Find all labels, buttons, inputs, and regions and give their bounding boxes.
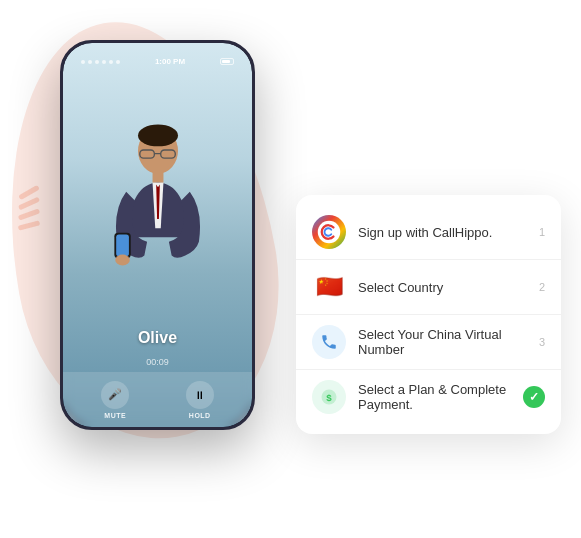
decorative-dashes: [18, 190, 40, 228]
phone-mockup: 1:00 PM: [60, 40, 255, 430]
call-timer: 00:09: [63, 357, 252, 367]
svg-point-8: [115, 255, 130, 266]
phone-time: 1:00 PM: [155, 57, 185, 66]
dot-6: [116, 60, 120, 64]
hold-button[interactable]: ⏸ HOLD: [186, 381, 214, 419]
mute-button[interactable]: 🎤 MUTE: [101, 381, 129, 419]
svg-text:$: $: [326, 392, 332, 403]
person-svg: [98, 110, 218, 310]
step-3[interactable]: Select Your China Virtual Number 3: [296, 315, 561, 370]
svg-rect-5: [152, 172, 163, 183]
step-2[interactable]: 🇨🇳 Select Country 2: [296, 260, 561, 315]
dot-2: [88, 60, 92, 64]
green-check-icon: [523, 386, 545, 408]
callhippo-logo-icon: [312, 215, 346, 249]
step-4[interactable]: $ Select a Plan & Complete Payment.: [296, 370, 561, 424]
hold-icon: ⏸: [186, 381, 214, 409]
caller-name: Olive: [63, 329, 252, 347]
step-1-text: Sign up with CallHippo.: [358, 225, 527, 240]
phone-screen: 1:00 PM: [63, 43, 252, 427]
dash-3: [18, 208, 40, 220]
dot-1: [81, 60, 85, 64]
step-4-text: Select a Plan & Complete Payment.: [358, 382, 511, 412]
payment-icon: $: [312, 380, 346, 414]
phone-topbar: 1:00 PM: [63, 57, 252, 66]
dot-4: [102, 60, 106, 64]
virtual-phone-icon: [312, 325, 346, 359]
hold-label: HOLD: [189, 412, 211, 419]
step-1: Sign up with CallHippo. 1: [296, 205, 561, 260]
svg-point-1: [138, 125, 178, 147]
step-2-number: 2: [539, 281, 545, 293]
svg-rect-7: [116, 235, 129, 257]
phone-dots: [81, 60, 120, 64]
dot-5: [109, 60, 113, 64]
steps-card: Sign up with CallHippo. 1 🇨🇳 Select Coun…: [296, 195, 561, 434]
step-3-number: 3: [539, 336, 545, 348]
step-1-number: 1: [539, 226, 545, 238]
dot-3: [95, 60, 99, 64]
person-figure: [83, 73, 232, 347]
mute-icon: 🎤: [101, 381, 129, 409]
mute-label: MUTE: [104, 412, 126, 419]
step-2-text: Select Country: [358, 280, 527, 295]
china-flag-icon: 🇨🇳: [312, 270, 346, 304]
phone-battery: [220, 58, 234, 65]
phone-bottombar: 🎤 MUTE ⏸ HOLD: [63, 372, 252, 427]
step-3-text: Select Your China Virtual Number: [358, 327, 527, 357]
